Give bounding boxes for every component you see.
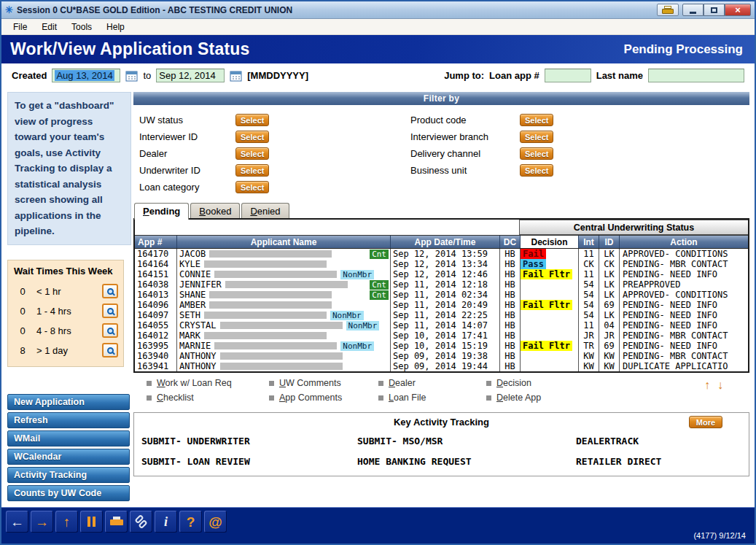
applicant-first-name: ANTHONY — [179, 361, 217, 371]
legend-item[interactable]: App Comments — [269, 393, 378, 403]
menu-item[interactable]: File — [6, 20, 34, 34]
filter-select-button[interactable]: Select — [520, 147, 553, 160]
legend-item[interactable]: Checklist — [147, 393, 269, 403]
wait-detail-button[interactable] — [102, 284, 118, 298]
legend-item[interactable]: Decision — [486, 378, 691, 388]
tab[interactable]: Pending — [134, 203, 189, 220]
application-row[interactable]: 164151 CONNIE NonMbr Sep 12, 2014 12:46 … — [135, 269, 748, 279]
title-bar[interactable]: ✳ Session 0 CU*BASE GOLD Edition - ABC T… — [1, 1, 755, 19]
wait-detail-button[interactable] — [102, 343, 118, 357]
filter-select-button[interactable]: Select — [235, 147, 269, 160]
wait-count: 8 — [13, 345, 32, 356]
titlebar-print-button[interactable] — [657, 4, 679, 16]
application-row[interactable]: 164096 AMBER Sep 11, 2014 20:49 HB Fail … — [135, 300, 748, 310]
bottom-toolbar: ← → ↑ i ? @ (4177) 9/12/14 — [1, 507, 755, 544]
redacted-name-bar — [220, 322, 343, 329]
calendar-icon[interactable] — [125, 70, 138, 82]
pause-button[interactable] — [80, 511, 103, 533]
to-date-input[interactable]: Sep 12, 2014 — [156, 69, 225, 82]
maximize-icon — [711, 7, 717, 13]
forward-button[interactable]: → — [31, 511, 53, 533]
legend-item[interactable]: UW Comments — [269, 378, 378, 388]
application-row[interactable]: 164013 SHANE Cnt Sep 11, 2014 02:34 HB — [135, 290, 748, 300]
application-row[interactable]: 164055 CRYSTAL NonMbr Sep 11, 2014 14:07… — [135, 320, 748, 331]
help-button[interactable]: ? — [179, 511, 202, 533]
sidebar-nav-button[interactable]: Activity Tracking — [7, 467, 130, 483]
from-date-input[interactable]: Aug 13, 2014 — [52, 69, 120, 82]
legend-label: Loan File — [389, 393, 426, 403]
legend-item[interactable]: Loan File — [378, 393, 486, 403]
sidebar-nav-button[interactable]: New Application — [7, 394, 130, 410]
menu-item[interactable]: Tools — [64, 20, 99, 34]
legend-item[interactable]: Work w/ Loan Req — [147, 378, 269, 388]
wait-time-row: 0 < 1 hr — [13, 282, 118, 301]
redacted-name-bar — [220, 352, 343, 360]
cell-action: APPROVED- CONDITIONS — [620, 249, 748, 259]
back-arrow-icon: ← — [10, 515, 24, 529]
applicant-first-name: JACOB — [179, 249, 206, 259]
bullet-square-icon — [486, 381, 491, 386]
legend-item[interactable]: Delete App — [486, 393, 691, 403]
cell-app-number: 164055 — [135, 320, 177, 331]
applicant-first-name: JENNIFER — [179, 279, 222, 290]
application-row[interactable]: 164164 KYLE Sep 12, 2014 13:34 HB Pass — [135, 259, 748, 269]
sidebar-nav-button[interactable]: Refresh — [7, 412, 130, 428]
application-row[interactable]: 164012 MARK Sep 10, 2014 17:41 HB — [135, 331, 748, 341]
scroll-down-arrow[interactable]: ↓ — [717, 379, 723, 391]
column-header-id: ID — [599, 236, 620, 248]
cell-dc: HB — [500, 290, 521, 300]
filter-select-button[interactable]: Select — [235, 181, 269, 193]
info-button[interactable]: i — [155, 511, 177, 533]
column-header-dc: DC — [500, 236, 521, 248]
legend: Work w/ Loan Req UW Comments Dealer — [147, 378, 691, 403]
status-tabs: PendingBookedDenied — [133, 203, 749, 218]
filter-select-button[interactable]: Select — [235, 164, 269, 177]
loan-app-input[interactable] — [545, 69, 591, 82]
close-button[interactable]: × — [725, 4, 751, 16]
applicant-first-name: ANTHONY — [179, 351, 217, 361]
filter-select-button[interactable]: Select — [520, 114, 553, 126]
sidebar-nav: New ApplicationRefreshWMailWCalendarActi… — [7, 394, 130, 501]
maximize-button[interactable] — [704, 4, 725, 16]
application-row[interactable]: 164038 JENNIFER Cnt Sep 11, 2014 12:18 H… — [135, 279, 748, 290]
filter-select-button[interactable]: Select — [235, 131, 269, 143]
application-row[interactable]: 164097 SETH NonMbr Sep 11, 2014 22:25 HB — [135, 310, 748, 320]
application-row[interactable]: 163941 ANTHONY Sep 09, 2014 19:44 HB — [135, 361, 748, 371]
cell-decision — [521, 290, 579, 300]
wait-time-row: 0 1 - 4 hrs — [13, 301, 118, 321]
menu-item[interactable]: Edit — [34, 20, 64, 34]
filter-select-button[interactable]: Select — [520, 164, 553, 177]
application-row[interactable]: 163995 MARNIE NonMbr Sep 10, 2014 15:19 … — [135, 341, 748, 351]
sidebar-nav-button[interactable]: WCalendar — [7, 449, 130, 465]
calendar-icon[interactable] — [230, 70, 242, 82]
cell-dc: HB — [500, 341, 521, 351]
menu-item[interactable]: Help — [99, 20, 132, 34]
filter-select-button[interactable]: Select — [235, 114, 269, 126]
cell-id: 69 — [599, 300, 620, 310]
back-button[interactable]: ← — [6, 511, 28, 533]
legend-label: Dealer — [389, 378, 416, 388]
application-row[interactable]: 164170 JACOB Cnt Sep 12, 2014 13:59 HB F… — [135, 249, 748, 259]
application-row[interactable]: 163940 ANTHONY Sep 09, 2014 19:38 HB — [135, 351, 748, 361]
more-button[interactable]: More — [689, 416, 722, 428]
print-button[interactable] — [105, 511, 128, 533]
sidebar-nav-button[interactable]: Counts by UW Code — [7, 485, 130, 501]
tab[interactable]: Booked — [190, 203, 240, 218]
wait-detail-button[interactable] — [102, 304, 118, 318]
at-button[interactable]: @ — [204, 511, 227, 533]
minimize-button[interactable] — [682, 4, 704, 16]
wait-time-row: 0 4 - 8 hrs — [13, 321, 118, 341]
link-button[interactable] — [130, 511, 152, 533]
wait-label: > 1 day — [32, 345, 102, 356]
filter-select-button[interactable]: Select — [520, 131, 553, 143]
tab[interactable]: Denied — [241, 203, 289, 218]
wait-detail-button[interactable] — [102, 323, 118, 338]
cell-id: LK — [599, 269, 620, 279]
name-badge: Cnt — [370, 280, 389, 290]
sidebar-nav-button[interactable]: WMail — [7, 430, 130, 447]
scroll-up-arrow[interactable]: ↑ — [704, 379, 710, 391]
filter-label: Loan category — [139, 182, 235, 193]
last-name-input[interactable] — [648, 69, 744, 82]
up-button[interactable]: ↑ — [55, 511, 78, 533]
legend-item[interactable]: Dealer — [378, 378, 486, 388]
